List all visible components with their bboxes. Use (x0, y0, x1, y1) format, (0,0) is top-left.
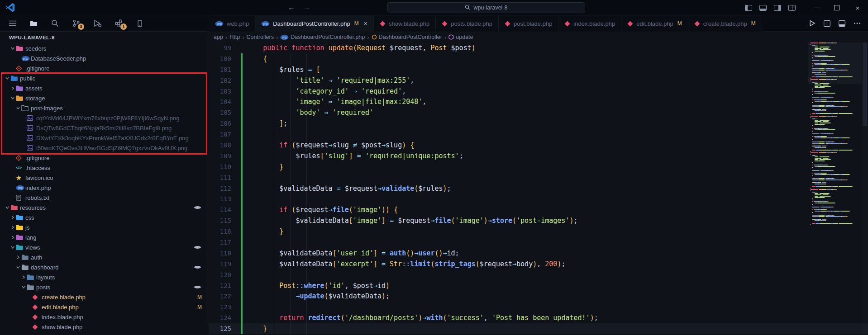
minimap-slider[interactable] (808, 42, 862, 84)
breadcrumb-item-Http[interactable]: Http (229, 34, 240, 40)
tab-posts.blade.php[interactable]: posts.blade.php (436, 15, 499, 32)
tree-item-.htaccess[interactable]: </>.htaccess (0, 163, 209, 173)
menu-icon[interactable] (7, 18, 17, 29)
tree-item-DatabaseSeeder.php[interactable]: phpDatabaseSeeder.php (0, 53, 209, 63)
tab-show.blade.php[interactable]: show.blade.php (374, 15, 436, 32)
tree-item-index.blade.php[interactable]: index.blade.php (0, 312, 209, 322)
close-window-button[interactable]: × (847, 0, 868, 15)
nav-back-icon[interactable]: ← (288, 4, 295, 12)
explorer-root-header[interactable]: WPU-LARAVEL-8 (0, 32, 209, 43)
code-line-124[interactable]: 124 return redirect('/dashboard/posts')→… (209, 312, 868, 323)
search-icon[interactable] (50, 18, 60, 29)
tree-item-.gitignore[interactable]: .gitignore (0, 153, 209, 163)
tree-item-resources[interactable]: resources (0, 203, 209, 212)
code-line-125[interactable]: 125 } (209, 323, 868, 334)
tree-item-favicon.ico[interactable]: favicon.ico (0, 173, 209, 183)
close-tab-icon[interactable]: × (364, 20, 367, 27)
tree-item-public[interactable]: public (0, 73, 209, 83)
breadcrumb-item-DashboardPostController.php[interactable]: phpDashboardPostController.php (280, 34, 365, 40)
code-line-104[interactable]: 104 'image' ⇒ 'image|file|max:2048', (209, 96, 868, 107)
extensions-icon[interactable]: 1 (114, 18, 124, 29)
tree-item-layouts[interactable]: layouts (0, 272, 209, 282)
run-button[interactable] (809, 20, 816, 27)
run-and-debug-icon[interactable] (92, 18, 102, 29)
code-line-101[interactable]: 101 $rules = [ (209, 64, 868, 75)
more-actions-button[interactable] (854, 22, 861, 24)
tab-create.blade.php[interactable]: create.blade.phpM (688, 15, 762, 32)
tree-item-i50woKTQeOvs3HMwzBGdSjZi9MQ7gxzvuOkAv8UX.png[interactable]: i50woKTQeOvs3HMwzBGdSjZi9MQ7gxzvuOkAv8UX… (0, 143, 209, 153)
minimap[interactable] (808, 42, 862, 335)
tree-item-robots.txt[interactable]: robots.txt (0, 193, 209, 203)
code-line-105[interactable]: 105 'body' ⇒ 'required' (209, 107, 868, 118)
code-line-116[interactable]: 116 } (209, 226, 868, 237)
toggle-panel-icon[interactable] (759, 5, 767, 11)
code-line-102[interactable]: 102 'title' ⇒ 'required|max:255', (209, 75, 868, 86)
breadcrumb-item-update[interactable]: update (448, 34, 473, 40)
tree-item-create.blade.php[interactable]: create.blade.phpM (0, 292, 209, 302)
tree-item-views[interactable]: views (0, 242, 209, 252)
maximize-window-button[interactable] (826, 0, 847, 15)
code-line-117[interactable]: 117 (209, 237, 868, 248)
code-line-119[interactable]: 119 $validateData['excerpt'] = Str::limi… (209, 259, 868, 269)
tree-item-js[interactable]: js (0, 222, 209, 232)
code-line-112[interactable]: 112 $validateData = $request→validate($r… (209, 183, 868, 194)
toggle-primary-sidebar-icon[interactable] (745, 5, 752, 11)
remote-icon[interactable] (135, 18, 145, 29)
code-text: } (243, 325, 267, 333)
minimize-window-button[interactable] (806, 0, 826, 15)
tree-item-cqtYcMd64JPWiYxm76xbupz0PjW8F6YIjI6wSqyN.png[interactable]: cqtYcMd64JPWiYxm76xbupz0PjW8F6YIjI6wSqyN… (0, 113, 209, 123)
tree-item-show.blade.php[interactable]: show.blade.php (0, 322, 209, 332)
code-line-121[interactable]: 121 Post::where('id', $post→id) (209, 280, 868, 291)
tree-item-.gitignore[interactable]: .gitignore (0, 63, 209, 73)
code-line-113[interactable]: 113 (209, 193, 868, 204)
code-line-123[interactable]: 123 (209, 302, 868, 312)
code-line-106[interactable]: 106 ]; (209, 118, 868, 129)
tree-item-DXwtYEKk3oqbKYxPnmkWeI57aXXUGdx2r0EqBYoE.png[interactable]: DXwtYEKk3oqbKYxPnmkWeI57aXXUGdx2r0EqBYoE… (0, 133, 209, 143)
tree-item-storage[interactable]: storage (0, 93, 209, 103)
breadcrumb-item-DashboardPostController[interactable]: DashboardPostController (372, 34, 442, 40)
tree-item-DsQTw6GdCTbqit6NpjaBk5mi2iiI8sn7BBIeFgi8.png[interactable]: DsQTw6GdCTbqit6NpjaBk5mi2iiI8sn7BBIeFgi8… (0, 123, 209, 133)
code-line-108[interactable]: 108 if ($request→slug ≠ $post→slug) { (209, 140, 868, 151)
customize-layout-icon[interactable] (788, 5, 796, 11)
code-line-110[interactable]: 110 } (209, 161, 868, 172)
tree-item-index.php[interactable]: phpindex.php (0, 183, 209, 193)
nav-forward-icon[interactable]: → (303, 4, 310, 12)
tab-DashboardPostController.php[interactable]: phpDashboardPostController.phpM× (255, 15, 374, 32)
split-editor-button[interactable] (824, 20, 830, 27)
tree-item-lang[interactable]: lang (0, 232, 209, 242)
code-line-107[interactable]: 107 (209, 129, 868, 140)
explorer-icon[interactable] (29, 18, 38, 29)
tree-item-dashboard[interactable]: dashboard (0, 262, 209, 272)
editor-scrollbar[interactable] (862, 42, 868, 335)
toggle-secondary-sidebar-icon[interactable] (774, 5, 781, 11)
code-line-111[interactable]: 111 (209, 172, 868, 183)
toggle-panel-button[interactable] (839, 20, 845, 27)
tree-item-assets[interactable]: assets (0, 83, 209, 93)
code-line-114[interactable]: 114 if ($request→file('image')) { (209, 204, 868, 215)
tab-web.php[interactable]: phpweb.php (209, 15, 255, 32)
code-line-115[interactable]: 115 $validateData['image'] = $request→fi… (209, 215, 868, 226)
code-editor[interactable]: 99 public function update(Request $reque… (209, 42, 868, 335)
code-line-118[interactable]: 118 $validateData['user_id'] = auth()→us… (209, 248, 868, 259)
tree-item-seeders[interactable]: seeders (0, 43, 209, 53)
code-line-122[interactable]: 122 →update($validateData); (209, 291, 868, 302)
command-center-search[interactable]: wpu-laravel-8 (387, 2, 585, 13)
code-line-100[interactable]: 100 { (209, 53, 868, 64)
tree-item-post-images[interactable]: post-images (0, 103, 209, 113)
breadcrumb-item-app[interactable]: app (214, 34, 223, 40)
tree-item-edit.blade.php[interactable]: edit.blade.phpM (0, 302, 209, 312)
breadcrumb-item-Controllers[interactable]: Controllers (246, 34, 273, 40)
tree-item-auth[interactable]: auth (0, 252, 209, 262)
tab-post.blade.php[interactable]: post.blade.php (499, 15, 558, 32)
code-line-109[interactable]: 109 $rules['slug'] = 'required|unique:po… (209, 151, 868, 161)
tree-item-label: edit.blade.php (42, 304, 79, 311)
tab-edit.blade.php[interactable]: edit.blade.phpM (621, 15, 688, 32)
tree-item-posts[interactable]: posts (0, 282, 209, 292)
folder-icon (21, 254, 31, 260)
tab-index.blade.php[interactable]: index.blade.php (558, 15, 621, 32)
code-line-120[interactable]: 120 (209, 269, 868, 280)
code-line-99[interactable]: 99 public function update(Request $reque… (209, 42, 868, 53)
code-line-103[interactable]: 103 'category_id' ⇒ 'required', (209, 86, 868, 97)
source-control-icon[interactable]: 3 (71, 18, 81, 29)
tree-item-css[interactable]: css (0, 212, 209, 222)
